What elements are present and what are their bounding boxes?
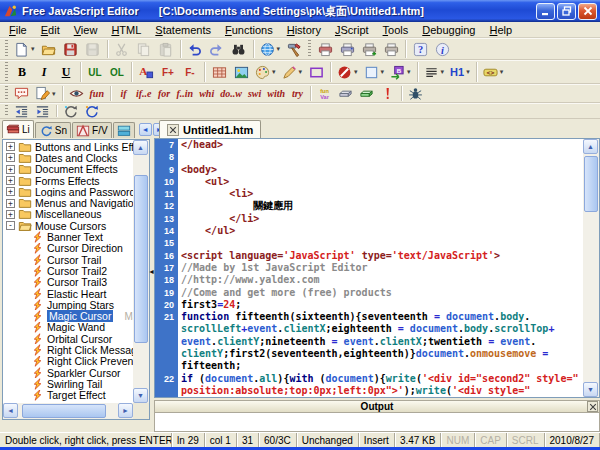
tree-hscrollbar-thumb[interactable] xyxy=(22,404,106,418)
menu-tools[interactable]: Tools xyxy=(376,24,416,36)
for-in-statement-button[interactable]: f..in xyxy=(174,86,197,102)
unordered-list-button[interactable]: UL xyxy=(84,62,106,82)
editor-scroll-up-icon[interactable]: ▲ xyxy=(583,139,598,154)
for-statement-button[interactable]: for xyxy=(155,86,174,102)
tab-scroll-left-icon[interactable]: ◄ xyxy=(139,123,152,136)
italic-button[interactable]: I xyxy=(33,62,55,82)
check-syntax-button[interactable] xyxy=(377,86,398,102)
underline-button[interactable]: U xyxy=(55,62,77,82)
tree-folder[interactable]: +Logins and Passwords xyxy=(3,186,133,197)
outdent-button[interactable] xyxy=(11,104,32,118)
pack-code-button[interactable] xyxy=(81,104,102,118)
highlight-button[interactable]: ▾ xyxy=(279,62,306,82)
debug-button[interactable] xyxy=(405,86,426,102)
tree-item[interactable]: Right Click Prevent xyxy=(3,356,133,367)
save-button[interactable] xyxy=(60,39,82,59)
editor-scroll-down-icon[interactable]: ▼ xyxy=(583,382,598,397)
menu-html[interactable]: HTML xyxy=(104,24,148,36)
open-in-browser-button[interactable]: ▾ xyxy=(257,39,284,59)
preview-button[interactable] xyxy=(66,86,87,102)
menu-statements[interactable]: Statements xyxy=(148,24,218,36)
undo-button[interactable] xyxy=(184,39,206,59)
tab-scripts[interactable] xyxy=(113,122,135,138)
insert-image-button[interactable] xyxy=(230,62,252,82)
expand-icon[interactable]: + xyxy=(6,176,15,185)
tools-button[interactable] xyxy=(283,39,305,59)
scroll-up-icon[interactable]: ▲ xyxy=(133,140,148,155)
marquee-button[interactable]: B▾ xyxy=(387,62,414,82)
splitter-collapse-icon[interactable]: ◄ xyxy=(148,268,155,275)
tree-item[interactable]: Target Effect xyxy=(3,390,133,401)
border-button[interactable]: ▾ xyxy=(361,62,388,82)
expand-icon[interactable]: + xyxy=(6,210,15,219)
tree-item[interactable]: Cursor Trail xyxy=(3,254,133,265)
tree-item[interactable]: Sparkler Cursor xyxy=(3,367,133,378)
scroll-left-icon[interactable]: ◄ xyxy=(3,403,18,418)
tab-functions-vars[interactable]: F/V xyxy=(72,122,112,138)
tree-folder[interactable]: +Dates and Clocks xyxy=(3,152,133,163)
if-statement-button[interactable]: if xyxy=(114,86,133,102)
menu-view[interactable]: View xyxy=(67,24,105,36)
open-file-button[interactable] xyxy=(38,39,60,59)
editor-tab[interactable]: Untitled1.htm xyxy=(159,120,261,138)
tree-item[interactable]: Magic CursorMagic Cursor xyxy=(3,310,133,321)
insert-table-button[interactable] xyxy=(208,62,230,82)
output-close-icon[interactable] xyxy=(587,401,598,412)
menu-edit[interactable]: Edit xyxy=(34,24,67,36)
redo-button[interactable] xyxy=(206,39,228,59)
menu-jscript[interactable]: JScript xyxy=(328,24,376,36)
no-entry-button[interactable]: ▾ xyxy=(334,62,361,82)
expand-icon[interactable]: + xyxy=(6,187,15,196)
expand-icon[interactable]: + xyxy=(6,142,15,151)
font-smaller-button[interactable]: F- xyxy=(179,62,201,82)
functions-variables-button[interactable]: funVar xyxy=(314,86,335,102)
minimize-button[interactable] xyxy=(536,3,555,20)
menu-functions[interactable]: Functions xyxy=(218,24,280,36)
editor-vertical-scrollbar[interactable]: ▲ ▼ xyxy=(583,139,599,397)
tree-item[interactable]: Jumping Stars xyxy=(3,299,133,310)
if-else-statement-button[interactable]: if..e xyxy=(133,86,155,102)
tree-item[interactable]: Right Click Message xyxy=(3,344,133,355)
tree-item[interactable]: Cursor Direction xyxy=(3,243,133,254)
about-button[interactable]: i xyxy=(431,39,453,59)
tree-horizontal-scrollbar[interactable]: ◄ ► xyxy=(3,403,133,419)
tree-item[interactable]: Magic Wand xyxy=(3,322,133,333)
scroll-right-icon[interactable]: ► xyxy=(118,403,133,418)
tree-folder[interactable]: +Document Effects xyxy=(3,164,133,175)
menu-debugging[interactable]: Debugging xyxy=(415,24,482,36)
tree-folder[interactable]: -Mouse Cursors xyxy=(3,220,133,231)
edit-image-button[interactable]: ▾ xyxy=(32,86,59,102)
panel-splitter[interactable]: ◄ xyxy=(150,138,154,432)
font-color-button[interactable]: A xyxy=(135,62,157,82)
tree-item[interactable]: Elastic Heart xyxy=(3,288,133,299)
tab-snippets[interactable]: Sn xyxy=(35,122,71,138)
heading-button[interactable]: H1▾ xyxy=(447,62,473,82)
insert-function-button[interactable]: fun xyxy=(87,86,107,102)
ordered-list-button[interactable]: OL xyxy=(106,62,128,82)
menu-file[interactable]: File xyxy=(2,24,34,36)
with-statement-button[interactable]: with xyxy=(264,86,288,102)
bold-button[interactable]: B xyxy=(11,62,33,82)
insert-tag-button[interactable]: <>▾ xyxy=(480,62,507,82)
help-button[interactable]: ? xyxy=(409,39,431,59)
functions-list-button[interactable] xyxy=(335,86,356,102)
code-editor[interactable]: 7</head>89<body>10 <ul>11 <li>12 關鍵應用13 … xyxy=(154,138,600,398)
color-palette-button[interactable]: ▾ xyxy=(252,62,279,82)
expand-icon[interactable]: + xyxy=(6,199,15,208)
tree-item[interactable]: Orbital Cursor xyxy=(3,333,133,344)
tree-folder[interactable]: +Buttons and Links Effects xyxy=(3,141,133,152)
tree-item[interactable]: Swirling Tail xyxy=(3,378,133,389)
while-statement-button[interactable]: whi xyxy=(196,86,217,102)
menu-help[interactable]: Help xyxy=(482,24,519,36)
tree-folder[interactable]: +Forms Effects xyxy=(3,175,133,186)
expand-icon[interactable]: + xyxy=(6,165,15,174)
editor-scrollbar-thumb[interactable] xyxy=(584,156,598,212)
tree-scrollbar-thumb[interactable] xyxy=(134,175,148,343)
font-larger-button[interactable]: F+ xyxy=(157,62,179,82)
scroll-down-icon[interactable]: ▼ xyxy=(133,388,148,403)
do-while-statement-button[interactable]: do..w xyxy=(217,86,245,102)
indent-button[interactable] xyxy=(32,104,53,118)
new-file-button[interactable]: ▾ xyxy=(11,39,38,59)
try-statement-button[interactable]: try xyxy=(288,86,307,102)
tree-folder[interactable]: +Miscellaneous xyxy=(3,209,133,220)
